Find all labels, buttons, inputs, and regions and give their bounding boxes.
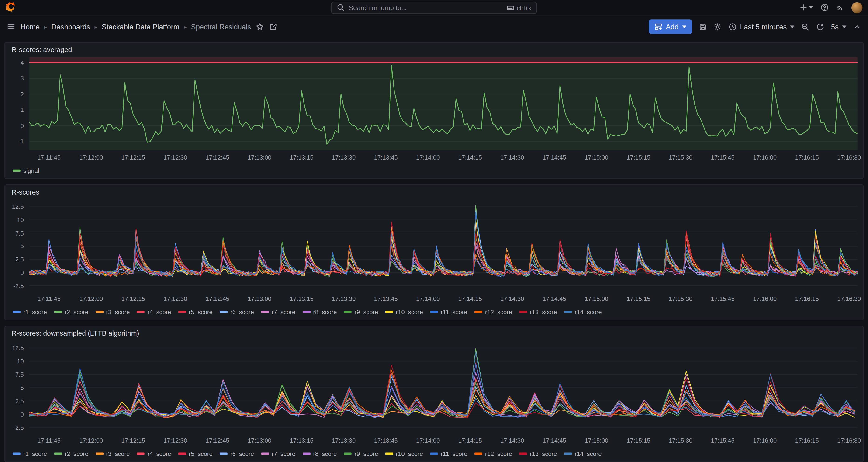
breadcrumb-current-dashboard: Spectral Residuals [191, 22, 251, 31]
legend-label: r8_score [313, 450, 337, 457]
y-axis-labels: 12.5107.552.50-2.5 [9, 199, 27, 291]
chart-legend: r1_scorer2_scorer3_scorer4_scorer5_score… [9, 447, 858, 460]
panel-title[interactable]: R-scores: averaged [12, 46, 858, 54]
legend-item-r9_score[interactable]: r9_score [344, 309, 378, 315]
y-tick-label: 10 [17, 358, 24, 365]
legend-item-r4_score[interactable]: r4_score [137, 450, 171, 457]
legend-swatch [54, 453, 62, 455]
refresh-button[interactable] [816, 22, 825, 31]
legend-label: r6_score [230, 309, 254, 315]
legend-item-r3_score[interactable]: r3_score [96, 309, 130, 315]
x-tick-label: 17:13:00 [248, 437, 271, 444]
legend-item-r6_score[interactable]: r6_score [220, 450, 254, 457]
toolbar-actions: Add Last 5 minutes [649, 19, 862, 34]
legend-item-r13_score[interactable]: r13_score [519, 309, 557, 315]
panel-title[interactable]: R-scores: downsampled (LTTB algorithm) [12, 330, 858, 337]
y-tick-label: 2.5 [16, 398, 24, 404]
legend-item-r10_score[interactable]: r10_score [385, 450, 423, 457]
chart-canvas[interactable]: 12.5107.552.50-2.5 [29, 341, 858, 433]
y-tick-label: 2.5 [16, 256, 24, 263]
news-button[interactable] [836, 3, 844, 12]
breadcrumb-separator: ▸ [184, 24, 187, 30]
legend-item-r14_score[interactable]: r14_score [564, 309, 602, 315]
x-tick-label: 17:14:00 [416, 295, 440, 302]
breadcrumb-folder[interactable]: Stackable Data Platform [102, 22, 180, 31]
save-icon [699, 22, 707, 31]
collapse-toolbar-button[interactable] [853, 22, 862, 31]
legend-item-r2_score[interactable]: r2_score [54, 450, 88, 457]
breadcrumb-home[interactable]: Home [21, 22, 40, 31]
help-button[interactable] [820, 3, 829, 12]
legend-item-signal[interactable]: signal [13, 167, 39, 174]
x-tick-label: 17:15:30 [669, 154, 692, 161]
zoom-out-button[interactable] [801, 22, 809, 31]
mega-menu-button[interactable] [6, 22, 16, 31]
legend-item-r7_score[interactable]: r7_score [261, 309, 296, 315]
legend-item-r5_score[interactable]: r5_score [178, 309, 213, 315]
legend-item-r8_score[interactable]: r8_score [303, 450, 337, 457]
refresh-interval-picker[interactable]: 5s [831, 22, 846, 31]
dashboard-settings-button[interactable] [713, 22, 722, 31]
panel-title[interactable]: R-scores [12, 188, 858, 196]
clock-icon [728, 22, 737, 31]
gear-icon [713, 22, 722, 31]
chart-svg [29, 199, 858, 291]
legend-item-r11_score[interactable]: r11_score [430, 450, 467, 457]
panel-r-scores: R-scores 12.5107.552.50-2.5 17:11:4517:1… [4, 184, 864, 320]
legend-swatch [220, 311, 227, 313]
legend-label: r9_score [354, 450, 378, 457]
legend-item-r2_score[interactable]: r2_score [54, 309, 88, 315]
legend-item-r5_score[interactable]: r5_score [178, 450, 213, 457]
x-tick-label: 17:16:30 [837, 437, 861, 444]
share-icon [269, 22, 278, 31]
x-tick-label: 17:14:00 [416, 437, 440, 444]
legend-item-r9_score[interactable]: r9_score [344, 450, 378, 457]
legend-item-r10_score[interactable]: r10_score [385, 309, 423, 315]
legend-item-r1_score[interactable]: r1_score [13, 450, 47, 457]
chart-svg [29, 57, 858, 150]
legend-item-r8_score[interactable]: r8_score [303, 309, 337, 315]
legend-label: r2_score [65, 309, 88, 315]
grafana-logo-icon [6, 2, 16, 13]
panel-add-icon [654, 22, 662, 31]
legend-item-r3_score[interactable]: r3_score [96, 450, 130, 457]
user-avatar[interactable] [851, 2, 862, 13]
time-range-picker[interactable]: Last 5 minutes [728, 22, 795, 31]
save-dashboard-button[interactable] [699, 22, 707, 31]
legend-label: r4_score [148, 309, 172, 315]
search-input[interactable]: Search or jump to... ctrl+k [331, 1, 537, 13]
help-icon [820, 3, 829, 12]
legend-item-r11_score[interactable]: r11_score [430, 309, 467, 315]
legend-item-r13_score[interactable]: r13_score [519, 450, 557, 457]
chart-canvas[interactable]: 43210-1 [29, 57, 858, 150]
x-axis-labels: 17:11:4517:12:0017:12:1517:12:3017:12:45… [29, 436, 858, 447]
x-tick-label: 17:15:15 [627, 295, 650, 302]
add-panel-button[interactable]: Add [649, 19, 692, 34]
x-tick-label: 17:11:45 [37, 295, 61, 302]
x-tick-label: 17:13:30 [332, 295, 356, 302]
x-tick-label: 17:13:00 [248, 295, 271, 302]
legend-item-r7_score[interactable]: r7_score [261, 450, 296, 457]
legend-item-r14_score[interactable]: r14_score [564, 450, 602, 457]
share-button[interactable] [269, 22, 278, 31]
legend-item-r6_score[interactable]: r6_score [220, 309, 254, 315]
x-tick-label: 17:14:00 [416, 154, 440, 161]
x-tick-label: 17:14:45 [542, 154, 566, 161]
x-tick-label: 17:15:15 [627, 437, 650, 444]
chart-legend: signal [9, 164, 858, 177]
new-button[interactable] [800, 3, 813, 12]
top-actions [800, 2, 863, 13]
legend-item-r4_score[interactable]: r4_score [137, 309, 171, 315]
chart-canvas[interactable]: 12.5107.552.50-2.5 [29, 199, 858, 291]
legend-swatch [564, 453, 572, 455]
breadcrumb-dashboards[interactable]: Dashboards [51, 22, 90, 31]
x-tick-label: 17:12:45 [206, 154, 229, 161]
legend-item-r12_score[interactable]: r12_score [474, 309, 512, 315]
chevron-down-icon [809, 6, 813, 9]
legend-item-r12_score[interactable]: r12_score [474, 450, 512, 457]
grafana-logo[interactable] [6, 2, 16, 13]
x-tick-label: 17:16:00 [753, 154, 777, 161]
refresh-interval-label: 5s [831, 22, 839, 31]
legend-item-r1_score[interactable]: r1_score [13, 309, 47, 315]
favorite-button[interactable] [256, 22, 265, 31]
